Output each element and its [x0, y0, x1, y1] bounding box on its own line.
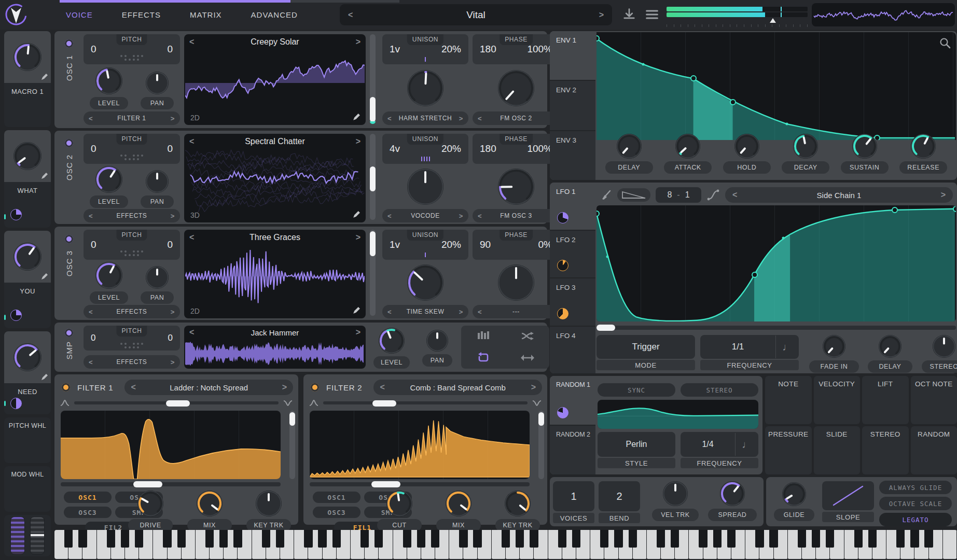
piano-key-black[interactable]	[657, 530, 665, 548]
osc2-transpose-snap-dots[interactable]	[84, 155, 180, 160]
piano-key-black[interactable]	[671, 530, 679, 548]
mod-source-stereo[interactable]: STEREO	[862, 426, 909, 474]
edit-pencil-icon[interactable]	[40, 172, 48, 180]
osc2-power-toggle[interactable]	[65, 139, 73, 147]
graph-point[interactable]	[597, 211, 600, 217]
pitch-wheel-card[interactable]: PITCH WHL	[4, 417, 51, 463]
wavetable-edit-icon[interactable]	[352, 306, 360, 315]
volume-slider-marker[interactable]	[770, 18, 776, 23]
piano-key-black[interactable]	[304, 530, 312, 548]
env-sustain-knob[interactable]	[851, 133, 878, 160]
zoom-magnifier-icon[interactable]	[939, 37, 951, 49]
graph-point[interactable]	[597, 35, 600, 41]
osc2-frame-slider[interactable]	[370, 134, 376, 220]
piano-key-black[interactable]	[219, 530, 228, 548]
osc1-unison-box[interactable]: UNISON 1v 20%	[382, 34, 468, 64]
voices-value[interactable]: 1	[553, 481, 594, 511]
tab-env2[interactable]: ENV 2	[550, 81, 595, 131]
graph-point[interactable]	[752, 272, 758, 278]
edit-pencil-icon[interactable]	[40, 73, 48, 81]
osc2-phase-value[interactable]: 180	[480, 143, 496, 155]
piano-key-black[interactable]	[107, 530, 115, 548]
env-delay-knob[interactable]	[616, 133, 643, 160]
mod-source-oct-note[interactable]: OCT NOTE	[911, 376, 957, 424]
osc2-destination-select[interactable]: <EFFECTS>	[84, 209, 180, 222]
wavetable-next-icon[interactable]: >	[356, 37, 360, 47]
velocity-track-knob[interactable]	[662, 480, 689, 507]
filter2-resonance-slider[interactable]	[538, 411, 544, 479]
piano-key-black[interactable]	[417, 530, 425, 548]
osc1-wavetable-name[interactable]: Creepy Solar	[251, 37, 299, 47]
osc1-phase-box[interactable]: PHASE 180 100%	[473, 34, 560, 64]
osc3-modifier-b-select[interactable]: <--->	[473, 305, 560, 318]
wavetable-edit-icon[interactable]	[352, 113, 360, 121]
osc1-wavetable-display[interactable]: < Creepy Solar > 2D	[184, 34, 366, 125]
osc3-level-knob[interactable]	[94, 261, 123, 290]
edit-pencil-icon[interactable]	[40, 273, 48, 281]
lfo-grid-size[interactable]: 8-1	[656, 187, 701, 203]
piano-key-black[interactable]	[868, 530, 877, 548]
piano-key-black[interactable]	[769, 530, 778, 548]
tab-random2[interactable]: RANDOM 2	[550, 426, 595, 474]
osc1-tune-value[interactable]: 0	[167, 44, 173, 55]
smp-tune-value[interactable]: 0	[168, 333, 173, 343]
lfo-delay-knob[interactable]	[878, 334, 903, 359]
loop-icon[interactable]	[477, 352, 490, 363]
smp-level-knob[interactable]	[378, 327, 406, 355]
osc3-frame-slider[interactable]	[370, 230, 376, 316]
graph-point[interactable]	[730, 99, 736, 105]
filter2-input-osc3[interactable]: OSC3	[313, 507, 360, 518]
osc1-level-knob[interactable]	[94, 66, 123, 95]
graph-point[interactable]	[786, 122, 788, 125]
macro1-knob[interactable]	[12, 42, 43, 72]
tab-env1[interactable]: ENV 1	[550, 31, 595, 81]
piano-key-black[interactable]	[854, 530, 863, 548]
tempo-sync-note-icon[interactable]: ♩	[735, 433, 758, 456]
pitch-wheel[interactable]	[10, 516, 25, 555]
octave-scale-toggle[interactable]: OCTAVE SCALE	[879, 497, 952, 510]
filter1-model-select[interactable]: <Ladder : Notch Spread>	[124, 380, 293, 395]
lfo-preset-name[interactable]: Side Chain 1	[817, 191, 862, 200]
osc2-modifier-b-select[interactable]: <FM OSC 3>	[473, 209, 560, 222]
smp-pan-knob[interactable]	[425, 329, 449, 353]
tab-lfo4[interactable]: LFO 4	[550, 327, 595, 374]
piano-key-black[interactable]	[177, 530, 186, 548]
smooth-curve-icon[interactable]	[706, 188, 720, 202]
piano-key-black[interactable]	[924, 530, 933, 548]
random-style-value[interactable]: Perlin	[598, 432, 675, 457]
tab-advanced[interactable]: ADVANCED	[250, 8, 299, 21]
smp-waveform-display[interactable]: < Jack Hammer >	[184, 326, 366, 369]
piano-key-black[interactable]	[375, 530, 383, 548]
filter2-mix-knob[interactable]	[445, 489, 473, 517]
osc2-fm-knob[interactable]	[497, 167, 535, 206]
osc3-modifier-a-select[interactable]: <TIME SKEW>	[382, 305, 468, 318]
lfo-frequency-value[interactable]: 1/1	[700, 342, 775, 352]
piano-key-black[interactable]	[600, 530, 608, 548]
random-stereo-toggle[interactable]: STEREO	[681, 383, 758, 397]
piano-key-black[interactable]	[798, 530, 806, 548]
piano-key-black[interactable]	[205, 530, 214, 548]
lfo-mode-control[interactable]: Trigger MODE	[597, 335, 695, 370]
smp-transpose-snap-dots[interactable]	[84, 343, 180, 348]
osc1-power-toggle[interactable]	[65, 39, 73, 48]
osc1-modifier-a-select[interactable]: <HARM STRETCH>	[382, 111, 468, 125]
tab-voice[interactable]: VOICE	[65, 8, 94, 21]
menu-hamburger-icon[interactable]	[644, 7, 660, 22]
lfo-mode-value[interactable]: Trigger	[597, 335, 695, 359]
piano-keyboard[interactable]	[54, 530, 957, 559]
piano-key-black[interactable]	[332, 530, 341, 548]
wavetable-edit-icon[interactable]	[352, 211, 360, 219]
piano-key-black[interactable]	[629, 530, 637, 548]
piano-key-black[interactable]	[431, 530, 439, 548]
osc2-wavetable-display[interactable]: < Spectral Chatter > 3D	[184, 134, 366, 222]
piano-key-black[interactable]	[558, 530, 566, 548]
smp-sample-name[interactable]: Jack Hammer	[251, 328, 299, 337]
master-volume-meter[interactable]	[667, 7, 808, 18]
osc3-destination-select[interactable]: <EFFECTS>	[84, 305, 180, 318]
osc1-transpose-snap-dots[interactable]	[84, 55, 180, 61]
osc1-destination-select[interactable]: <FILTER 1>	[84, 111, 180, 125]
osc1-frame-slider[interactable]	[370, 34, 376, 124]
osc3-tune-value[interactable]: 0	[167, 239, 173, 250]
piano-key-black[interactable]	[473, 530, 481, 548]
filter1-keytrack-knob[interactable]	[255, 489, 283, 517]
